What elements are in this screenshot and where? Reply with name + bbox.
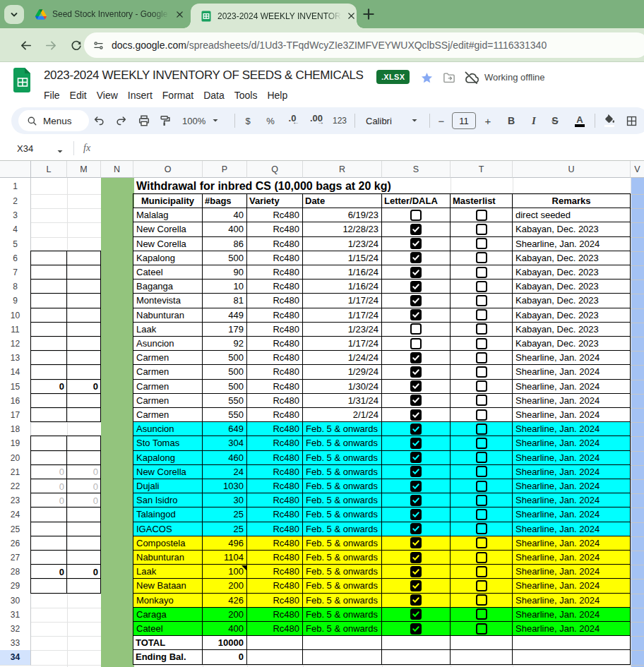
cell-l25[interactable] (30, 522, 67, 536)
row-header-21[interactable]: 21 (0, 465, 31, 480)
row-header-2[interactable]: 2 (0, 194, 31, 209)
cell-l6[interactable] (30, 251, 67, 265)
cell-m25[interactable] (66, 522, 101, 536)
decrease-font-size-button[interactable]: − (435, 112, 448, 129)
row-header-32[interactable]: 32 (0, 622, 31, 637)
strikethrough-button[interactable]: S (548, 112, 562, 129)
address-bar[interactable]: docs.google.com/spreadsheets/d/1Ud3-TFqd… (84, 32, 644, 58)
bold-button[interactable]: B (504, 112, 518, 129)
number-format-button[interactable]: 123 (330, 112, 350, 129)
cell-l24[interactable] (30, 507, 67, 522)
tab-close-icon[interactable] (345, 11, 357, 22)
cell-l20[interactable] (30, 450, 67, 465)
google-sheets-logo[interactable] (13, 68, 32, 95)
menu-tools[interactable]: Tools (229, 87, 263, 104)
redo-button[interactable] (113, 112, 130, 129)
tab-seed-stock-inventory[interactable]: Seed Stock Inventory - Google D (28, 0, 185, 28)
cell-l16[interactable] (30, 393, 67, 408)
row-header-27[interactable]: 27 (0, 551, 31, 565)
forward-button[interactable] (41, 35, 61, 55)
back-button[interactable] (16, 35, 35, 55)
cell-l12[interactable] (30, 336, 67, 351)
row-header-4[interactable]: 4 (0, 222, 31, 237)
cell-l10[interactable] (30, 308, 67, 323)
reload-button[interactable] (66, 35, 86, 55)
cell-m6[interactable] (66, 251, 101, 265)
cell-l28[interactable]: 0 (31, 565, 67, 579)
row-header-31[interactable]: 31 (0, 608, 31, 623)
menus-search-button[interactable]: Menus (18, 110, 89, 131)
cell-m7[interactable] (66, 265, 101, 280)
decrease-decimal-button[interactable]: .0← (284, 109, 301, 126)
row-header-33[interactable]: 33 (0, 636, 31, 651)
column-header-r[interactable]: R (303, 161, 382, 178)
row-header-1[interactable]: 1 (0, 178, 31, 195)
document-title[interactable]: 2023-2024 WEEKLY INVENTORY OF SEEDS & CH… (44, 68, 364, 83)
row-header-13[interactable]: 13 (0, 351, 31, 366)
row-header-28[interactable]: 28 (0, 565, 31, 579)
row-header-5[interactable]: 5 (0, 237, 31, 252)
row-header-11[interactable]: 11 (0, 323, 31, 337)
cell-m23[interactable]: 0 (67, 493, 101, 507)
row-header-22[interactable]: 22 (0, 479, 31, 494)
star-icon[interactable] (420, 71, 434, 88)
row-header-19[interactable]: 19 (0, 436, 31, 451)
cell-l11[interactable] (30, 322, 67, 337)
increase-font-size-button[interactable]: + (482, 112, 494, 129)
increase-decimal-button[interactable]: .00→ (307, 109, 326, 126)
cell-m16[interactable] (66, 393, 101, 408)
menu-format[interactable]: Format (157, 87, 198, 104)
cell-m26[interactable] (66, 536, 101, 551)
paint-format-button[interactable] (157, 112, 174, 129)
cell-l13[interactable] (30, 350, 67, 365)
cell-m20[interactable] (66, 450, 101, 465)
format-currency-button[interactable]: $ (241, 112, 255, 129)
cell-l8[interactable] (30, 279, 67, 294)
menu-insert[interactable]: Insert (123, 87, 157, 104)
row-header-7[interactable]: 7 (0, 265, 31, 280)
cell-m17[interactable] (66, 407, 101, 422)
tab-search-button[interactable] (4, 5, 24, 24)
row-header-14[interactable]: 14 (0, 365, 31, 380)
row-header-10[interactable]: 10 (0, 308, 31, 323)
cell-m10[interactable] (66, 308, 101, 323)
font-family-select[interactable]: Calibri (366, 112, 422, 129)
row-header-17[interactable]: 17 (0, 408, 31, 423)
column-header-s[interactable]: S (382, 161, 451, 178)
new-tab-button[interactable] (363, 8, 374, 20)
row-header-29[interactable]: 29 (0, 579, 31, 594)
font-size-input[interactable]: 11 (452, 112, 476, 129)
row-header-3[interactable]: 3 (0, 208, 31, 223)
cell-l15[interactable]: 0 (31, 380, 67, 394)
column-header-p[interactable]: P (203, 161, 247, 178)
cell-m28[interactable]: 0 (67, 565, 101, 579)
menu-data[interactable]: Data (198, 87, 229, 104)
cell-l17[interactable] (30, 407, 67, 422)
cell-m11[interactable] (66, 322, 101, 337)
cloud-offline-icon[interactable] (463, 71, 479, 88)
row-header-23[interactable]: 23 (0, 493, 31, 508)
column-header-m[interactable]: M (67, 161, 101, 178)
menu-help[interactable]: Help (262, 87, 292, 104)
cell-l9[interactable] (30, 293, 67, 308)
row-header-24[interactable]: 24 (0, 507, 31, 522)
cell-l21[interactable]: 0 (31, 465, 67, 479)
text-color-button[interactable]: A (573, 112, 587, 129)
row-header-8[interactable]: 8 (0, 280, 31, 294)
cell-l7[interactable] (30, 265, 67, 280)
row-header-18[interactable]: 18 (0, 422, 31, 437)
row-header-26[interactable]: 26 (0, 536, 31, 551)
column-header-n[interactable]: N (101, 161, 133, 178)
cell-l22[interactable]: 0 (31, 479, 67, 493)
tab-close-icon[interactable] (174, 8, 185, 20)
row-header-16[interactable]: 16 (0, 394, 31, 409)
cell-l14[interactable] (30, 364, 67, 379)
cell-m15[interactable]: 0 (67, 380, 101, 394)
cell-m14[interactable] (66, 364, 101, 379)
name-box[interactable]: X34 (7, 139, 61, 157)
column-header-q[interactable]: Q (247, 161, 303, 178)
row-header-34[interactable]: 34 (0, 650, 31, 665)
italic-button[interactable]: I (527, 112, 541, 129)
column-header-t[interactable]: T (451, 161, 513, 178)
cell-m21[interactable]: 0 (67, 465, 101, 479)
